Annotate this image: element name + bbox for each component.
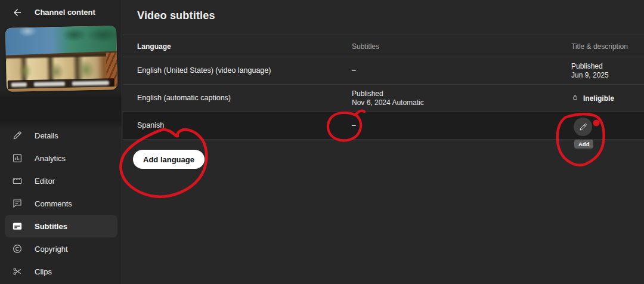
pencil-icon	[12, 130, 23, 141]
sidebar-header: Channel content	[0, 0, 122, 26]
subtitles-icon	[12, 221, 23, 231]
title-status: Published	[571, 62, 609, 71]
sidebar-item-label: Comments	[35, 199, 72, 208]
page-title: Video subtitles	[137, 10, 215, 22]
sidebar-item-label: Details	[35, 131, 58, 140]
table-row-spanish[interactable]: Spanish –	[123, 112, 644, 140]
redacted-video-title	[0, 91, 122, 128]
sidebar-item-copyright[interactable]: Copyright	[0, 237, 122, 260]
timeline-icon	[12, 175, 23, 186]
comment-icon	[12, 198, 23, 209]
scissors-icon	[12, 266, 23, 277]
subtitles-status-cell: Published Nov 6, 2024 Automatic	[352, 89, 424, 107]
sidebar-item-comments[interactable]: Comments	[0, 192, 122, 215]
add-language-button[interactable]: Add language	[133, 150, 205, 169]
thumbnail-blurred-text	[72, 81, 109, 85]
title-date: Jun 9, 2025	[571, 71, 609, 80]
subtitles-status-cell: –	[352, 121, 356, 129]
language-cell: English (automatic captions)	[137, 94, 231, 102]
channel-content-label: Channel content	[35, 8, 95, 17]
bar-chart-icon	[12, 153, 23, 163]
thumbnail-blurred-text	[11, 82, 27, 87]
column-header-subtitles: Subtitles	[352, 42, 379, 51]
column-header-language: Language	[137, 42, 171, 51]
language-cell: Spanish	[137, 121, 164, 129]
title-status: Ineligible	[583, 94, 614, 103]
language-cell: English (United States) (video language)	[137, 66, 271, 75]
sidebar-item-label: Clips	[35, 267, 52, 276]
sidebar-item-editor[interactable]: Editor	[0, 169, 122, 192]
subtitles-status: Published	[352, 89, 424, 98]
subtitles-date: Nov 6, 2024 Automatic	[352, 98, 424, 107]
back-arrow-icon	[12, 7, 23, 18]
sidebar-item-clips[interactable]: Clips	[0, 260, 122, 283]
pencil-icon	[578, 122, 588, 132]
thumbnail-blurred-text	[34, 82, 65, 87]
title-description-cell: Ineligible	[571, 94, 614, 104]
title-description-cell: Published Jun 9, 2025	[571, 62, 609, 80]
table-row-english-us[interactable]: English (United States) (video language)…	[123, 57, 644, 85]
back-button[interactable]	[11, 6, 24, 19]
video-thumbnail[interactable]	[5, 26, 117, 92]
lock-icon	[571, 94, 579, 104]
sidebar-item-label: Editor	[35, 177, 55, 186]
sidebar: Channel content Details Analytics	[0, 0, 122, 284]
add-tooltip: Add	[574, 140, 593, 149]
column-header-title-description: Title & description	[571, 42, 628, 51]
sidebar-item-label: Copyright	[35, 245, 68, 254]
copyright-icon	[12, 243, 23, 254]
subtitles-status-cell: –	[352, 66, 356, 75]
sidebar-item-label: Analytics	[35, 154, 66, 163]
sidebar-item-analytics[interactable]: Analytics	[0, 147, 122, 169]
sidebar-menu: Details Analytics Editor Comments Subtit	[0, 124, 122, 283]
table-header: Language Subtitles Title & description	[123, 35, 644, 57]
add-subtitles-edit-button[interactable]	[574, 118, 592, 136]
sidebar-item-subtitles[interactable]: Subtitles	[5, 215, 117, 237]
table-row-english-auto[interactable]: English (automatic captions) Published N…	[123, 85, 644, 112]
sidebar-item-label: Subtitles	[35, 222, 67, 231]
main-content: Video subtitles Language Subtitles Title…	[123, 0, 644, 284]
sidebar-item-details[interactable]: Details	[0, 124, 122, 147]
